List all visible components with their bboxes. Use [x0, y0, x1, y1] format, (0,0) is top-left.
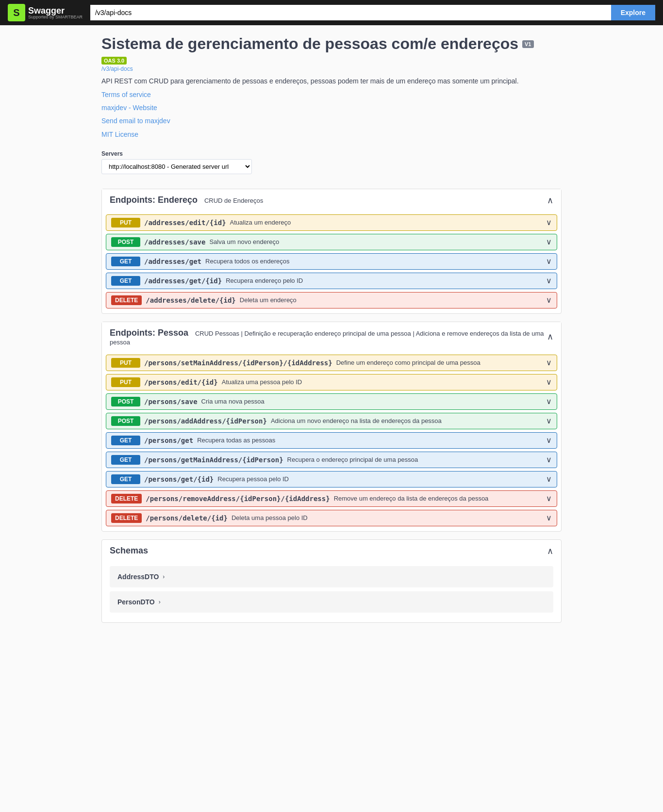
endpoint-get-persons-get-id[interactable]: GET /persons/get/{id} Recupera pessoa pe…	[106, 471, 557, 487]
endpoint-group-endereco: Endpoints: Endereço CRUD de Endereços ∧ …	[101, 189, 562, 314]
endpoint-summary: Recupera endereço pelo ID	[226, 277, 303, 284]
endpoint-path: /persons/setMainAddress/{idPerson}/{idAd…	[144, 359, 332, 367]
endpoint-put-addresses-edit[interactable]: PUT /addresses/edit/{id} Atualiza um end…	[106, 214, 557, 231]
servers-select[interactable]: http://localhost:8080 - Generated server…	[101, 159, 252, 174]
endpoint-chevron: ∨	[546, 276, 552, 285]
method-badge-get: GET	[111, 276, 140, 286]
group-collapse-icon-endereco: ∧	[547, 195, 553, 206]
method-badge-delete: DELETE	[111, 295, 142, 305]
endpoint-get-addresses-get-id[interactable]: GET /addresses/get/{id} Recupera endereç…	[106, 273, 557, 289]
endpoint-summary: Recupera todas as pessoas	[197, 437, 275, 444]
website-link[interactable]: maxjdev - Website	[101, 102, 562, 114]
license-link[interactable]: MIT License	[101, 129, 562, 141]
endpoint-path: /persons/get	[144, 437, 193, 444]
oas-badge: OAS 3.0	[101, 57, 127, 65]
group-collapse-icon-pessoa: ∧	[547, 331, 553, 342]
endpoint-summary: Recupera todos os endereços	[205, 258, 289, 265]
schemas-section: Schemas ∧ AddressDTO › PersonDTO ›	[101, 539, 562, 623]
endpoint-delete-addresses-delete[interactable]: DELETE /addresses/delete/{id} Deleta um …	[106, 292, 557, 309]
endpoint-post-persons-addaddress[interactable]: POST /persons/addAddress/{idPerson} Adic…	[106, 413, 557, 429]
swagger-title: Swagger	[28, 6, 83, 15]
endpoint-path: /persons/save	[144, 398, 198, 406]
endpoint-chevron: ∨	[546, 494, 552, 503]
method-badge-delete: DELETE	[111, 494, 142, 503]
endpoint-group-title-area: Endpoints: Endereço CRUD de Endereços	[110, 195, 263, 205]
endpoint-summary: Remove um endereço da lista de endereços…	[334, 495, 489, 502]
schemas-collapse-icon: ∧	[547, 546, 553, 556]
endpoint-chevron: ∨	[546, 257, 552, 266]
endpoint-summary: Recupera o endereço principal de uma pes…	[287, 456, 418, 463]
method-badge-put: PUT	[111, 218, 140, 227]
endpoint-summary: Define um endereço como principal de uma…	[336, 359, 481, 366]
method-badge-delete: DELETE	[111, 513, 142, 523]
info-section: Sistema de gerenciamento de pessoas com/…	[101, 35, 562, 141]
endpoint-chevron: ∨	[546, 218, 552, 227]
endpoint-left: DELETE /persons/removeAddress/{idPerson}…	[111, 494, 546, 503]
method-badge-post: POST	[111, 416, 140, 426]
endpoint-chevron: ∨	[546, 295, 552, 305]
endpoint-left: DELETE /persons/delete/{id} Deleta uma p…	[111, 513, 546, 523]
endpoint-chevron: ∨	[546, 474, 552, 484]
url-bar: Explore	[90, 5, 655, 20]
endpoint-summary: Salva um novo endereço	[209, 238, 279, 245]
servers-section: Servers http://localhost:8080 - Generate…	[101, 150, 562, 174]
endpoint-put-persons-edit[interactable]: PUT /persons/edit/{id} Atualiza uma pess…	[106, 374, 557, 390]
endpoint-summary: Atualiza um endereço	[230, 219, 291, 226]
endpoint-path: /persons/addAddress/{idPerson}	[144, 417, 267, 425]
swagger-subtitle: Supported by SMARTBEAR	[28, 15, 83, 19]
schemas-inner: AddressDTO › PersonDTO ›	[102, 566, 561, 622]
endpoint-chevron: ∨	[546, 358, 552, 367]
schema-expand-icon: ›	[159, 599, 161, 605]
endpoint-chevron: ∨	[546, 237, 552, 246]
endpoint-chevron: ∨	[546, 377, 552, 387]
servers-label: Servers	[101, 150, 562, 157]
schema-expand-icon: ›	[163, 573, 165, 580]
endpoint-group-header-pessoa[interactable]: Endpoints: Pessoa CRUD Pessoas | Definiç…	[102, 322, 561, 352]
swagger-logo-text: Swagger Supported by SMARTBEAR	[28, 6, 83, 19]
schemas-title: Schemas	[110, 546, 148, 556]
method-badge-get: GET	[111, 455, 140, 465]
endpoint-left: GET /persons/getMainAddress/{idPerson} R…	[111, 455, 546, 465]
endpoint-left: GET /addresses/get/{id} Recupera endereç…	[111, 276, 546, 286]
endpoint-put-persons-setmainaddress[interactable]: PUT /persons/setMainAddress/{idPerson}/{…	[106, 355, 557, 371]
endpoint-get-addresses-get[interactable]: GET /addresses/get Recupera todos os end…	[106, 253, 557, 270]
info-links: Terms of service maxjdev - Website Send …	[101, 89, 562, 141]
endpoint-left: POST /addresses/save Salva um novo ender…	[111, 237, 546, 247]
endpoint-left: PUT /persons/edit/{id} Atualiza uma pess…	[111, 377, 546, 387]
endpoint-left: GET /persons/get/{id} Recupera pessoa pe…	[111, 474, 546, 484]
endpoint-post-persons-save[interactable]: POST /persons/save Cria uma nova pessoa …	[106, 393, 557, 410]
schema-name-persondto: PersonDTO	[117, 598, 155, 606]
method-badge-post: POST	[111, 237, 140, 247]
endpoint-left: PUT /addresses/edit/{id} Atualiza um end…	[111, 218, 546, 227]
url-input[interactable]	[90, 5, 611, 20]
schema-item-addressdto[interactable]: AddressDTO ›	[110, 566, 553, 587]
endpoint-path: /addresses/edit/{id}	[144, 219, 226, 227]
endpoint-delete-persons-removeaddress[interactable]: DELETE /persons/removeAddress/{idPerson}…	[106, 490, 557, 507]
explore-button[interactable]: Explore	[611, 5, 655, 20]
terms-link[interactable]: Terms of service	[101, 89, 562, 101]
version-badge: V1	[522, 40, 533, 48]
email-link[interactable]: Send email to maxjdev	[101, 115, 562, 127]
group-title-endereco: Endpoints: Endereço	[110, 195, 198, 205]
endpoint-left: DELETE /addresses/delete/{id} Deleta um …	[111, 295, 546, 305]
endpoint-left: GET /addresses/get Recupera todos os end…	[111, 257, 546, 266]
endpoint-chevron: ∨	[546, 436, 552, 445]
api-docs-link[interactable]: /v3/api-docs	[101, 65, 562, 72]
endpoint-delete-persons-delete[interactable]: DELETE /persons/delete/{id} Deleta uma p…	[106, 510, 557, 526]
endpoint-path: /addresses/get	[144, 258, 201, 265]
schema-item-persondto[interactable]: PersonDTO ›	[110, 591, 553, 613]
endpoint-post-addresses-save[interactable]: POST /addresses/save Salva um novo ender…	[106, 234, 557, 250]
endpoint-chevron: ∨	[546, 513, 552, 522]
swagger-logo-icon: S	[8, 4, 25, 21]
method-badge-get: GET	[111, 436, 140, 445]
endpoint-get-persons-getmainaddress[interactable]: GET /persons/getMainAddress/{idPerson} R…	[106, 452, 557, 468]
endpoint-group-title-area-pessoa: Endpoints: Pessoa CRUD Pessoas | Definiç…	[110, 328, 547, 346]
api-description: API REST com CRUD para gerenciamento de …	[101, 77, 562, 85]
endpoint-summary: Atualiza uma pessoa pelo ID	[222, 378, 302, 386]
endpoint-path: /persons/delete/{id}	[146, 514, 228, 522]
endpoint-get-persons-get[interactable]: GET /persons/get Recupera todas as pesso…	[106, 432, 557, 449]
endpoint-group-header-endereco[interactable]: Endpoints: Endereço CRUD de Endereços ∧	[102, 189, 561, 211]
schemas-header[interactable]: Schemas ∧	[102, 540, 561, 562]
endpoint-left: POST /persons/save Cria uma nova pessoa	[111, 397, 546, 406]
endpoint-left: POST /persons/addAddress/{idPerson} Adic…	[111, 416, 546, 426]
